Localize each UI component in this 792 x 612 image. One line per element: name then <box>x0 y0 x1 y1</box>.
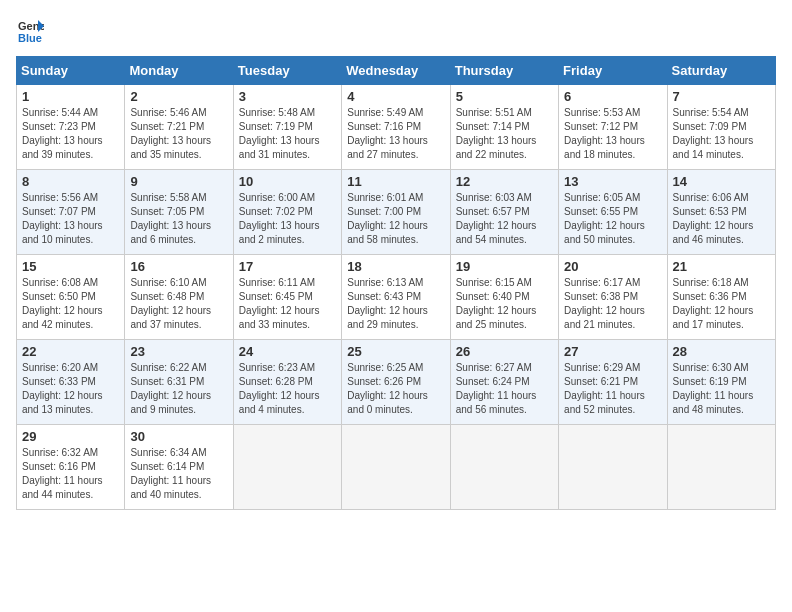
calendar-cell: 21Sunrise: 6:18 AM Sunset: 6:36 PM Dayli… <box>667 255 775 340</box>
calendar-header-row: SundayMondayTuesdayWednesdayThursdayFrid… <box>17 57 776 85</box>
day-number: 6 <box>564 89 661 104</box>
col-header-sunday: Sunday <box>17 57 125 85</box>
calendar-cell: 25Sunrise: 6:25 AM Sunset: 6:26 PM Dayli… <box>342 340 450 425</box>
day-info: Sunrise: 6:08 AM Sunset: 6:50 PM Dayligh… <box>22 276 119 332</box>
col-header-wednesday: Wednesday <box>342 57 450 85</box>
day-number: 29 <box>22 429 119 444</box>
day-info: Sunrise: 6:03 AM Sunset: 6:57 PM Dayligh… <box>456 191 553 247</box>
day-number: 17 <box>239 259 336 274</box>
day-info: Sunrise: 6:34 AM Sunset: 6:14 PM Dayligh… <box>130 446 227 502</box>
day-info: Sunrise: 5:51 AM Sunset: 7:14 PM Dayligh… <box>456 106 553 162</box>
day-number: 5 <box>456 89 553 104</box>
calendar-cell: 15Sunrise: 6:08 AM Sunset: 6:50 PM Dayli… <box>17 255 125 340</box>
day-number: 30 <box>130 429 227 444</box>
calendar-cell: 14Sunrise: 6:06 AM Sunset: 6:53 PM Dayli… <box>667 170 775 255</box>
calendar-cell: 3Sunrise: 5:48 AM Sunset: 7:19 PM Daylig… <box>233 85 341 170</box>
calendar-cell: 11Sunrise: 6:01 AM Sunset: 7:00 PM Dayli… <box>342 170 450 255</box>
day-number: 1 <box>22 89 119 104</box>
calendar-cell: 5Sunrise: 5:51 AM Sunset: 7:14 PM Daylig… <box>450 85 558 170</box>
calendar-cell <box>342 425 450 510</box>
col-header-friday: Friday <box>559 57 667 85</box>
day-info: Sunrise: 6:06 AM Sunset: 6:53 PM Dayligh… <box>673 191 770 247</box>
calendar-cell <box>559 425 667 510</box>
day-number: 18 <box>347 259 444 274</box>
day-info: Sunrise: 6:22 AM Sunset: 6:31 PM Dayligh… <box>130 361 227 417</box>
calendar-cell: 10Sunrise: 6:00 AM Sunset: 7:02 PM Dayli… <box>233 170 341 255</box>
calendar-cell <box>667 425 775 510</box>
calendar-cell: 4Sunrise: 5:49 AM Sunset: 7:16 PM Daylig… <box>342 85 450 170</box>
day-number: 16 <box>130 259 227 274</box>
col-header-monday: Monday <box>125 57 233 85</box>
day-number: 2 <box>130 89 227 104</box>
day-number: 14 <box>673 174 770 189</box>
logo-icon: General Blue <box>16 16 44 44</box>
day-info: Sunrise: 6:05 AM Sunset: 6:55 PM Dayligh… <box>564 191 661 247</box>
calendar-cell: 23Sunrise: 6:22 AM Sunset: 6:31 PM Dayli… <box>125 340 233 425</box>
col-header-thursday: Thursday <box>450 57 558 85</box>
calendar-cell: 13Sunrise: 6:05 AM Sunset: 6:55 PM Dayli… <box>559 170 667 255</box>
day-number: 11 <box>347 174 444 189</box>
calendar-cell: 7Sunrise: 5:54 AM Sunset: 7:09 PM Daylig… <box>667 85 775 170</box>
calendar-cell <box>233 425 341 510</box>
day-info: Sunrise: 5:56 AM Sunset: 7:07 PM Dayligh… <box>22 191 119 247</box>
day-info: Sunrise: 5:53 AM Sunset: 7:12 PM Dayligh… <box>564 106 661 162</box>
day-info: Sunrise: 6:10 AM Sunset: 6:48 PM Dayligh… <box>130 276 227 332</box>
day-info: Sunrise: 6:18 AM Sunset: 6:36 PM Dayligh… <box>673 276 770 332</box>
day-number: 12 <box>456 174 553 189</box>
day-info: Sunrise: 6:32 AM Sunset: 6:16 PM Dayligh… <box>22 446 119 502</box>
day-number: 21 <box>673 259 770 274</box>
calendar-week-4: 22Sunrise: 6:20 AM Sunset: 6:33 PM Dayli… <box>17 340 776 425</box>
day-number: 24 <box>239 344 336 359</box>
day-number: 15 <box>22 259 119 274</box>
calendar-cell: 12Sunrise: 6:03 AM Sunset: 6:57 PM Dayli… <box>450 170 558 255</box>
day-info: Sunrise: 6:00 AM Sunset: 7:02 PM Dayligh… <box>239 191 336 247</box>
day-info: Sunrise: 6:25 AM Sunset: 6:26 PM Dayligh… <box>347 361 444 417</box>
day-number: 4 <box>347 89 444 104</box>
day-number: 13 <box>564 174 661 189</box>
col-header-saturday: Saturday <box>667 57 775 85</box>
logo: General Blue <box>16 16 48 44</box>
calendar-cell: 22Sunrise: 6:20 AM Sunset: 6:33 PM Dayli… <box>17 340 125 425</box>
col-header-tuesday: Tuesday <box>233 57 341 85</box>
day-number: 3 <box>239 89 336 104</box>
calendar-cell: 24Sunrise: 6:23 AM Sunset: 6:28 PM Dayli… <box>233 340 341 425</box>
calendar-week-1: 1Sunrise: 5:44 AM Sunset: 7:23 PM Daylig… <box>17 85 776 170</box>
day-number: 20 <box>564 259 661 274</box>
calendar-cell: 18Sunrise: 6:13 AM Sunset: 6:43 PM Dayli… <box>342 255 450 340</box>
day-info: Sunrise: 6:11 AM Sunset: 6:45 PM Dayligh… <box>239 276 336 332</box>
calendar-cell: 20Sunrise: 6:17 AM Sunset: 6:38 PM Dayli… <box>559 255 667 340</box>
day-number: 10 <box>239 174 336 189</box>
day-number: 26 <box>456 344 553 359</box>
calendar-week-3: 15Sunrise: 6:08 AM Sunset: 6:50 PM Dayli… <box>17 255 776 340</box>
day-info: Sunrise: 6:01 AM Sunset: 7:00 PM Dayligh… <box>347 191 444 247</box>
day-number: 28 <box>673 344 770 359</box>
calendar-cell: 6Sunrise: 5:53 AM Sunset: 7:12 PM Daylig… <box>559 85 667 170</box>
calendar-cell: 1Sunrise: 5:44 AM Sunset: 7:23 PM Daylig… <box>17 85 125 170</box>
calendar-cell <box>450 425 558 510</box>
calendar-cell: 9Sunrise: 5:58 AM Sunset: 7:05 PM Daylig… <box>125 170 233 255</box>
day-info: Sunrise: 5:58 AM Sunset: 7:05 PM Dayligh… <box>130 191 227 247</box>
calendar-cell: 27Sunrise: 6:29 AM Sunset: 6:21 PM Dayli… <box>559 340 667 425</box>
day-info: Sunrise: 6:29 AM Sunset: 6:21 PM Dayligh… <box>564 361 661 417</box>
calendar-cell: 16Sunrise: 6:10 AM Sunset: 6:48 PM Dayli… <box>125 255 233 340</box>
day-info: Sunrise: 6:20 AM Sunset: 6:33 PM Dayligh… <box>22 361 119 417</box>
day-number: 9 <box>130 174 227 189</box>
calendar-cell: 26Sunrise: 6:27 AM Sunset: 6:24 PM Dayli… <box>450 340 558 425</box>
calendar-cell: 17Sunrise: 6:11 AM Sunset: 6:45 PM Dayli… <box>233 255 341 340</box>
day-number: 25 <box>347 344 444 359</box>
day-number: 8 <box>22 174 119 189</box>
day-info: Sunrise: 6:30 AM Sunset: 6:19 PM Dayligh… <box>673 361 770 417</box>
calendar-cell: 2Sunrise: 5:46 AM Sunset: 7:21 PM Daylig… <box>125 85 233 170</box>
day-number: 19 <box>456 259 553 274</box>
day-info: Sunrise: 5:44 AM Sunset: 7:23 PM Dayligh… <box>22 106 119 162</box>
header: General Blue <box>16 16 776 44</box>
calendar-week-2: 8Sunrise: 5:56 AM Sunset: 7:07 PM Daylig… <box>17 170 776 255</box>
calendar-cell: 30Sunrise: 6:34 AM Sunset: 6:14 PM Dayli… <box>125 425 233 510</box>
day-info: Sunrise: 6:13 AM Sunset: 6:43 PM Dayligh… <box>347 276 444 332</box>
day-number: 22 <box>22 344 119 359</box>
svg-text:Blue: Blue <box>18 32 42 44</box>
day-number: 23 <box>130 344 227 359</box>
day-info: Sunrise: 6:17 AM Sunset: 6:38 PM Dayligh… <box>564 276 661 332</box>
day-number: 27 <box>564 344 661 359</box>
calendar-cell: 19Sunrise: 6:15 AM Sunset: 6:40 PM Dayli… <box>450 255 558 340</box>
